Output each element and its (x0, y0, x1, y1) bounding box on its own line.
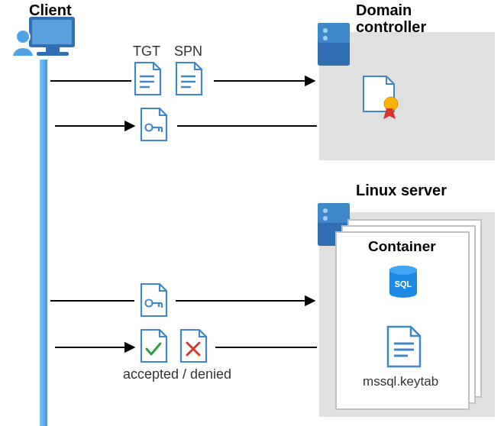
tgt-label: TGT (133, 44, 160, 60)
keytab-file-icon (388, 327, 420, 366)
client-label: Client (29, 2, 72, 19)
svg-point-4 (16, 30, 30, 44)
diagram-svg: SQL (0, 0, 504, 426)
accepted-file-icon (141, 330, 166, 362)
accepted-denied-label: accepted / denied (123, 366, 231, 382)
svg-rect-3 (37, 52, 69, 56)
client-icon (12, 17, 75, 56)
domain-controller-label-l2: controller (356, 18, 426, 36)
svg-point-9 (323, 36, 328, 40)
flow-key-return (55, 108, 317, 140)
svg-point-20 (389, 266, 417, 275)
container-label: Container (368, 238, 436, 255)
domain-controller-box (318, 23, 495, 160)
linux-server-label: Linux server (356, 182, 447, 199)
svg-text:SQL: SQL (395, 279, 412, 289)
flow-tgt-spn (50, 63, 315, 95)
spn-label: SPN (174, 44, 202, 60)
sql-icon: SQL (389, 266, 417, 298)
flow-accepted-denied (55, 330, 317, 362)
denied-file-icon (181, 330, 206, 362)
svg-point-8 (323, 28, 328, 33)
keytab-label: mssql.keytab (363, 374, 438, 389)
svg-point-14 (323, 208, 328, 213)
svg-rect-7 (318, 23, 350, 43)
svg-rect-13 (318, 203, 350, 223)
svg-point-15 (323, 216, 328, 221)
svg-rect-2 (46, 47, 60, 52)
client-lifeline (40, 60, 47, 426)
svg-rect-1 (32, 20, 72, 44)
domain-controller-label-l1: Domain (356, 2, 412, 19)
flow-key-to-linux (50, 284, 315, 316)
